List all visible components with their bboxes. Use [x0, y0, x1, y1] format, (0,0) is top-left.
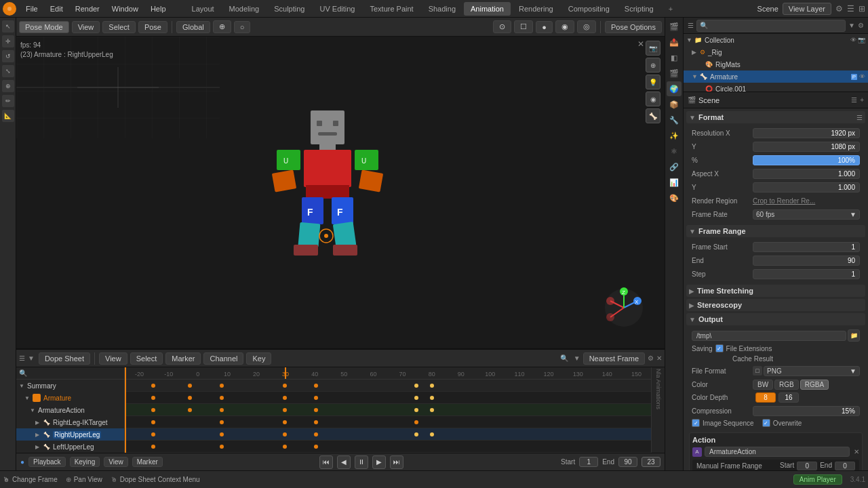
props-content[interactable]: ▼ Format ☰ Resolution X 1920 px Y 108 [684, 108, 868, 470]
menu-file[interactable]: File [20, 3, 43, 14]
view-camera-icon[interactable]: 📷 [646, 41, 660, 56]
color-depth-value[interactable]: 8 [755, 392, 776, 403]
props-tab-render[interactable]: 🎬 [667, 19, 682, 34]
frame-rate-dropdown[interactable]: 60 fps ▼ [753, 209, 860, 220]
color-rgb-btn[interactable]: RGB [774, 380, 799, 390]
action-section-header[interactable]: Action [692, 436, 859, 444]
tab-rendering[interactable]: Rendering [512, 2, 560, 16]
sidebar-icon-rotate[interactable]: ↺ [2, 50, 14, 62]
overlay-btn[interactable]: ⊙ [493, 20, 511, 33]
res-y-value[interactable]: 1080 px [753, 142, 860, 152]
tl-view-menu[interactable]: View [99, 352, 127, 365]
menu-render[interactable]: Render [70, 3, 105, 14]
action-start-val[interactable]: 0 [797, 462, 817, 470]
time-stretch-header[interactable]: ▶ Time Stretching [686, 285, 865, 297]
bit-depth-value[interactable]: 16 [778, 392, 799, 403]
sidebar-icon-scale[interactable]: ⤡ [2, 65, 14, 77]
tl-toggle[interactable]: ☰ [19, 354, 25, 362]
tl-playback-btn[interactable]: Playback [28, 457, 66, 467]
anim-player-btn[interactable]: Anim Player [793, 474, 842, 485]
frame-start-value[interactable]: 1 [753, 242, 860, 252]
view-material-icon[interactable]: ◉ [646, 92, 660, 106]
tab-layout[interactable]: Layout [185, 2, 221, 16]
tab-uv-editing[interactable]: UV Editing [313, 2, 361, 16]
image-seq-toggle[interactable]: ✓ [692, 419, 700, 427]
sidebar-icon-cursor[interactable]: ↖ [2, 20, 14, 33]
jump-start-btn[interactable]: ⏮ [319, 455, 333, 469]
outliner-options-btn[interactable]: ⚙ [858, 22, 864, 29]
tl-marker-menu[interactable]: Marker [165, 352, 201, 365]
action-name-dropdown[interactable]: ArmatureAction [705, 447, 850, 457]
render-preview[interactable]: ◎ [577, 20, 596, 33]
outliner-item-armature[interactable]: ▼ 🦴 Armature P 👁 [684, 70, 868, 83]
view-gizmo-icon[interactable]: ⊕ [646, 58, 660, 73]
asp-x-value[interactable]: 1.000 [753, 169, 860, 179]
top-right-icon-2[interactable]: ☰ [847, 4, 854, 14]
item-render-btn[interactable]: 📷 [858, 37, 865, 43]
top-right-icon-1[interactable]: ⚙ [835, 4, 843, 14]
file-ext-toggle[interactable]: ✓ [715, 344, 724, 352]
props-tab-physics[interactable]: ⚛ [667, 144, 682, 159]
tab-texture-paint[interactable]: Texture Paint [363, 2, 420, 16]
nla-label[interactable]: Nla Animations [655, 367, 662, 411]
tl-row-rightleg[interactable]: ▶ 🦴 RightLeg-IKTarget [16, 416, 124, 428]
tl-filter-icon[interactable]: ▼ [574, 354, 580, 362]
props-tab-scene[interactable]: 🎬 [667, 66, 682, 81]
frame-end-value[interactable]: 90 [753, 256, 860, 266]
props-tab-view-layer[interactable]: ◧ [667, 50, 682, 65]
solid-shading[interactable]: ● [536, 21, 553, 33]
output-path-input[interactable]: /tmp\ [692, 331, 846, 341]
action-unlink-btn[interactable]: ✕ [854, 448, 859, 455]
jump-end-btn[interactable]: ⏭ [390, 455, 403, 469]
props-add-btn[interactable]: + [860, 96, 864, 104]
overwrite-toggle[interactable]: ✓ [762, 419, 770, 427]
tl-search-label-icon[interactable]: 🔍 [19, 369, 27, 377]
menu-window[interactable]: Window [106, 3, 144, 14]
outliner-item-rig[interactable]: ▶ ⚙ _Rig [684, 46, 868, 58]
props-tab-particles[interactable]: ✨ [667, 128, 682, 143]
tl-row-summary[interactable]: ▼ Summary [16, 380, 124, 392]
tl-row-rightupperleg[interactable]: ▶ 🦴 RightUpperLeg [16, 428, 124, 441]
props-tab-modifiers[interactable]: 🔧 [667, 113, 682, 127]
viewport-close-btn[interactable]: ✕ [637, 39, 644, 49]
sidebar-icon-measure[interactable]: 📐 [2, 110, 14, 122]
transform-orientation[interactable]: Global [176, 21, 210, 33]
tl-channel-menu[interactable]: Channel [203, 352, 243, 365]
sidebar-icon-transform[interactable]: ⊕ [2, 80, 14, 92]
dope-sheet-selector[interactable]: Dope Sheet [39, 352, 90, 365]
view-menu[interactable]: View [72, 21, 100, 33]
asp-y-value[interactable]: 1.000 [753, 182, 860, 192]
tab-add-workspace[interactable]: + [662, 2, 679, 16]
viewport-3d[interactable]: fps: 94 (23) Armature : RightUpperLeg [16, 37, 665, 348]
tl-start-input[interactable] [579, 457, 598, 467]
props-tab-material[interactable]: 🎨 [667, 190, 682, 205]
tl-row-leftupperleg[interactable]: ▶ 🦴 LeftUpperLeg [16, 441, 124, 453]
tab-scripting[interactable]: Scripting [618, 2, 660, 16]
tl-marker-btn[interactable]: Marker [132, 457, 163, 467]
tl-key-menu[interactable]: Key [246, 352, 271, 365]
stereo-header[interactable]: ▶ Stereoscopy [686, 299, 865, 311]
tab-animation[interactable]: Animation [464, 2, 511, 16]
tl-frame-selector[interactable]: Nearest Frame [583, 352, 645, 365]
tl-end-input[interactable] [618, 457, 637, 467]
material-preview[interactable]: ◉ [555, 20, 574, 33]
tl-view-btn[interactable]: View [104, 457, 128, 467]
tl-row-armature[interactable]: ▼ Armature [16, 392, 124, 404]
step-fwd-btn[interactable]: ▶ [372, 455, 386, 469]
sidebar-icon-move[interactable]: ✛ [2, 35, 14, 47]
timeline-keyframes[interactable]: -20 -10 0 10 20 30 40 50 60 70 80 [125, 367, 651, 453]
props-tab-object[interactable]: 📦 [667, 97, 682, 112]
armature-vis-btn[interactable]: 👁 [859, 73, 865, 80]
tl-select-menu[interactable]: Select [130, 352, 163, 365]
action-end-val[interactable]: 0 [835, 462, 855, 470]
view-bone-icon[interactable]: 🦴 [646, 108, 660, 123]
tl-keying-btn[interactable]: Keying [70, 457, 100, 467]
props-tab-world[interactable]: 🌍 [667, 81, 682, 96]
play-btn[interactable]: ⏸ [355, 455, 368, 469]
tl-close-icon[interactable]: ✕ [656, 354, 662, 362]
xray-btn[interactable]: ☐ [514, 20, 533, 33]
top-right-icon-3[interactable]: ⊞ [859, 4, 865, 14]
mode-selector[interactable]: Pose Mode [19, 21, 69, 33]
tl-icon2[interactable]: ▼ [28, 354, 35, 362]
res-pct-value[interactable]: 100% [753, 155, 860, 165]
